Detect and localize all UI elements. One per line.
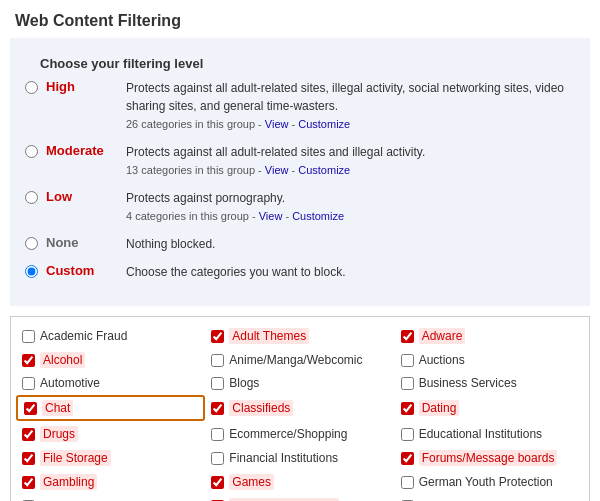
cat-checkbox-ecommerce-shopping[interactable] [211, 428, 224, 441]
cat-checkbox-file-storage[interactable] [22, 452, 35, 465]
cat-label: Chat [42, 400, 73, 416]
cat-item: Chat [16, 395, 205, 421]
cat-label: Financial Institutions [229, 451, 338, 465]
cat-checkbox-academic-fraud[interactable] [22, 330, 35, 343]
radio-none[interactable] [25, 237, 38, 250]
cat-item: Educational Institutions [395, 423, 584, 445]
moderate-customize-link[interactable]: Customize [298, 164, 350, 176]
filter-option-high: High Protects against all adult-related … [25, 79, 575, 133]
filter-label-none: None [46, 235, 118, 250]
cat-checkbox-business-services[interactable] [401, 377, 414, 390]
high-view-link[interactable]: View [265, 118, 289, 130]
cat-checkbox-educational-institutions[interactable] [401, 428, 414, 441]
cat-item: Academic Fraud [16, 325, 205, 347]
categories-grid: Academic FraudAdult ThemesAdwareAlcoholA… [16, 325, 584, 501]
cat-checkbox-adult-themes[interactable] [211, 330, 224, 343]
low-customize-link[interactable]: Customize [292, 210, 344, 222]
cat-label: Automotive [40, 376, 100, 390]
filter-option-none: None Nothing blocked. [25, 235, 575, 253]
cat-item: Alcohol [16, 349, 205, 371]
filtering-section: Choose your filtering level High Protect… [10, 38, 590, 306]
cat-label: Games [229, 474, 274, 490]
cat-item: Games [205, 471, 394, 493]
low-view-link[interactable]: View [259, 210, 283, 222]
filter-desc-high: Protects against all adult-related sites… [126, 79, 575, 133]
filter-option-moderate: Moderate Protects against all adult-rela… [25, 143, 575, 179]
cat-label: Academic Fraud [40, 329, 127, 343]
cat-checkbox-financial-institutions[interactable] [211, 452, 224, 465]
cat-item: Financial Institutions [205, 447, 394, 469]
filter-label-moderate: Moderate [46, 143, 118, 158]
section-header: Choose your filtering level [25, 48, 575, 79]
cat-item: Classifieds [205, 395, 394, 421]
filter-label-high: High [46, 79, 118, 94]
cat-label: German Youth Protection [419, 475, 553, 489]
cat-item: Adware [395, 325, 584, 347]
cat-checkbox-blogs[interactable] [211, 377, 224, 390]
cat-label: Educational Institutions [419, 427, 542, 441]
radio-custom[interactable] [25, 265, 38, 278]
cat-item: Business Services [395, 373, 584, 393]
cat-checkbox-gambling[interactable] [22, 476, 35, 489]
filter-desc-custom: Choose the categories you want to block. [126, 263, 345, 281]
cat-checkbox-drugs[interactable] [22, 428, 35, 441]
cat-checkbox-classifieds[interactable] [211, 402, 224, 415]
cat-item: Ecommerce/Shopping [205, 423, 394, 445]
cat-label: Blogs [229, 376, 259, 390]
cat-label: Classifieds [229, 400, 293, 416]
radio-high[interactable] [25, 81, 38, 94]
cat-label: Alcohol [40, 352, 85, 368]
cat-checkbox-german-youth-protection[interactable] [401, 476, 414, 489]
cat-checkbox-adware[interactable] [401, 330, 414, 343]
cat-item: Forums/Message boards [395, 447, 584, 469]
cat-item: Automotive [16, 373, 205, 393]
cat-checkbox-dating[interactable] [401, 402, 414, 415]
radio-low[interactable] [25, 191, 38, 204]
cat-item: Anime/Manga/Webcomic [205, 349, 394, 371]
cat-checkbox-auctions[interactable] [401, 354, 414, 367]
cat-item: Government [16, 495, 205, 501]
cat-checkbox-anime-manga-webcomic[interactable] [211, 354, 224, 367]
cat-item: Health and Fitness [395, 495, 584, 501]
moderate-view-link[interactable]: View [265, 164, 289, 176]
cat-checkbox-chat[interactable] [24, 402, 37, 415]
cat-label: Anime/Manga/Webcomic [229, 353, 362, 367]
cat-item: File Storage [16, 447, 205, 469]
cat-label: Forums/Message boards [419, 450, 558, 466]
cat-item: Auctions [395, 349, 584, 371]
cat-label: Adware [419, 328, 466, 344]
filter-option-custom: Custom Choose the categories you want to… [25, 263, 575, 281]
cat-label: Ecommerce/Shopping [229, 427, 347, 441]
cat-item: Gambling [16, 471, 205, 493]
page-title: Web Content Filtering [0, 0, 600, 38]
high-customize-link[interactable]: Customize [298, 118, 350, 130]
cat-item: Dating [395, 395, 584, 421]
filter-option-low: Low Protects against pornography. 4 cate… [25, 189, 575, 225]
cat-label: Gambling [40, 474, 97, 490]
cat-label: Business Services [419, 376, 517, 390]
cat-checkbox-alcohol[interactable] [22, 354, 35, 367]
cat-label: File Storage [40, 450, 111, 466]
cat-label: Dating [419, 400, 460, 416]
radio-moderate[interactable] [25, 145, 38, 158]
filter-desc-low: Protects against pornography. 4 categori… [126, 189, 344, 225]
cat-item: Adult Themes [205, 325, 394, 347]
filter-desc-moderate: Protects against all adult-related sites… [126, 143, 425, 179]
cat-label: Auctions [419, 353, 465, 367]
cat-item: Hate/Discrimination [205, 495, 394, 501]
filter-desc-none: Nothing blocked. [126, 235, 215, 253]
cat-item: Drugs [16, 423, 205, 445]
cat-label: Adult Themes [229, 328, 309, 344]
filter-label-low: Low [46, 189, 118, 204]
cat-label: Drugs [40, 426, 78, 442]
cat-item: Blogs [205, 373, 394, 393]
cat-checkbox-forums-message-boards[interactable] [401, 452, 414, 465]
filter-label-custom: Custom [46, 263, 118, 278]
cat-checkbox-automotive[interactable] [22, 377, 35, 390]
categories-section: Academic FraudAdult ThemesAdwareAlcoholA… [10, 316, 590, 501]
cat-item: German Youth Protection [395, 471, 584, 493]
cat-checkbox-games[interactable] [211, 476, 224, 489]
